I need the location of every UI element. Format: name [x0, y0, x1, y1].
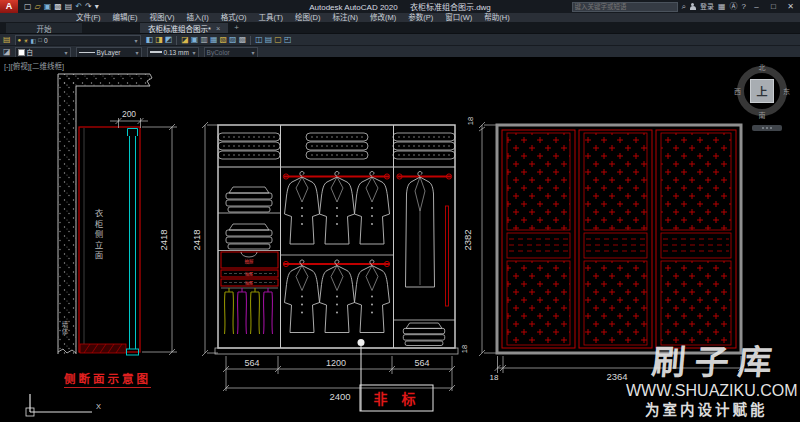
quick-access-toolbar: ▢ ▱ ▣ ▩ ▤ ↶ ↷ ▾	[24, 0, 99, 13]
layer-dropdown[interactable]: ● ☀ ◧ □ 0 ▾	[15, 35, 141, 46]
search-icon[interactable]: ⌕	[682, 1, 686, 13]
linetype-dropdown[interactable]: ByLayer ▾	[76, 47, 142, 58]
minimize-button[interactable]: –	[750, 2, 763, 11]
menu-edit[interactable]: 编辑(E)	[107, 13, 144, 22]
plotstyle-dropdown: ByColor ▾	[204, 47, 258, 58]
dim-200-text: 200	[122, 109, 136, 119]
save-as-icon[interactable]: ▩	[54, 0, 62, 13]
menu-format[interactable]: 格式(O)	[215, 13, 253, 22]
window-title: Autodesk AutoCAD 2020 衣柜标准组合图示.dwg	[304, 1, 496, 12]
plotstyle-value: ByColor	[207, 49, 230, 56]
viewcube-top-face[interactable]: 上	[750, 79, 774, 103]
drawer-block: 抽屉 抽屉 抽屉	[221, 252, 278, 286]
menu-view[interactable]: 视图(V)	[144, 13, 181, 22]
viewcube-north[interactable]: 北	[759, 62, 766, 72]
autocad-logo-icon[interactable]: A	[0, 0, 18, 13]
dim-18-bottom: 18	[460, 345, 469, 353]
app-title: Autodesk AutoCAD 2020	[309, 3, 398, 12]
chevron-down-icon: ▾	[136, 49, 139, 56]
watermark-slogan: 为室内设计赋能	[645, 398, 768, 419]
layer-thaw-icon: ☀	[23, 37, 28, 44]
account-icon[interactable]	[690, 3, 696, 11]
viewcube-west[interactable]: 西	[734, 86, 741, 96]
menu-dimension[interactable]: 标注(N)	[327, 13, 364, 22]
undo-icon[interactable]: ↶	[75, 0, 82, 13]
tab-drawing[interactable]: 衣柜标准组合图示* ×	[140, 23, 228, 33]
menu-help[interactable]: 帮助(H)	[478, 13, 515, 22]
maximize-button[interactable]: □	[767, 2, 780, 11]
menu-bar: 文件(F) 编辑(E) 视图(V) 插入(I) 格式(O) 工具(T) 绘图(D…	[0, 13, 800, 22]
login-link[interactable]: 登录	[700, 1, 714, 13]
linetype-value: ByLayer	[97, 49, 121, 56]
dim-564-left: 564	[244, 358, 259, 368]
help-search-box[interactable]	[572, 2, 678, 12]
menu-modify[interactable]: 修改(M)	[364, 13, 402, 22]
layer-on-icon: ●	[18, 37, 22, 43]
lineweight-dropdown[interactable]: 0.13 mm ▾	[147, 47, 199, 58]
side-section-drawing: 200 2418	[58, 74, 177, 355]
new-icon[interactable]: ▢	[24, 0, 32, 13]
title-bar: A ▢ ▱ ▣ ▩ ▤ ↶ ↷ ▾ Autodesk AutoCAD 2020 …	[0, 0, 800, 13]
chevron-down-icon: ▾	[135, 37, 138, 44]
layer-lock-icon: ◧	[31, 37, 37, 44]
chevron-down-icon: ▾	[65, 49, 68, 56]
drawer-label: 抽屉	[245, 271, 253, 277]
dim-2400: 2400	[329, 391, 350, 402]
selection-grip[interactable]	[358, 339, 365, 346]
autodesk-exchange-icon[interactable]: Ⓐ	[730, 1, 738, 13]
toolbar-separator	[176, 36, 177, 45]
toolbar-separator	[250, 36, 251, 45]
redo-icon[interactable]: ↷	[85, 0, 92, 13]
dim-564-right: 564	[414, 358, 429, 368]
side-section-caption: 侧断面示意图	[64, 370, 151, 388]
lineweight-value: 0.13 mm	[164, 49, 189, 56]
layer-current-value: 0	[44, 37, 48, 44]
tab-start[interactable]: 开始	[6, 23, 82, 33]
view-cube[interactable]: 北 南 西 东 上	[733, 62, 791, 120]
drawing-canvas[interactable]: [-][俯视][二维线框]	[0, 57, 800, 422]
cyan-channel	[127, 129, 139, 356]
dim-18-offset: 18	[490, 373, 499, 382]
layer-color-icon: □	[38, 37, 42, 43]
help-icon[interactable]: ?	[742, 1, 746, 13]
print-icon[interactable]: ▤	[65, 0, 73, 13]
menu-draw[interactable]: 绘图(D)	[289, 13, 326, 22]
color-dropdown[interactable]: 白 ▾	[15, 47, 71, 58]
menu-window[interactable]: 窗口(W)	[439, 13, 478, 22]
menu-tools[interactable]: 工具(T)	[253, 13, 290, 22]
app-store-icon[interactable]: ▦	[718, 1, 726, 13]
dim-2364: 2364	[606, 371, 627, 382]
qat-dropdown-icon[interactable]: ▾	[95, 0, 99, 13]
dim-height-front: 2418	[191, 229, 202, 250]
viewcube-east[interactable]: 东	[783, 86, 790, 96]
dim-2382: 2382	[462, 229, 473, 250]
new-tab-icon[interactable]: +	[234, 23, 239, 33]
dim-1200: 1200	[326, 358, 346, 368]
front-elevation-drawing: 2418	[191, 122, 458, 411]
viewcube-south[interactable]: 南	[759, 110, 766, 120]
lineweight-sample	[150, 51, 162, 53]
menu-insert[interactable]: 插入(I)	[181, 13, 215, 22]
drawer-label: 抽屉	[245, 258, 254, 265]
viewport-controls[interactable]: [-][俯视][二维线框]	[4, 60, 64, 71]
ucs-icon: X	[26, 394, 101, 416]
tab-close-icon[interactable]: ×	[216, 24, 220, 33]
door-handle	[446, 206, 449, 306]
menu-file[interactable]: 文件(F)	[70, 13, 107, 22]
side-elevation-label: 衣柜侧立面	[92, 209, 104, 262]
document-title: 衣柜标准组合图示.dwg	[410, 3, 491, 12]
door-panels	[502, 130, 736, 348]
tab-drawing-label: 衣柜标准组合图示*	[148, 23, 211, 34]
search-input[interactable]	[573, 3, 677, 10]
chevron-down-icon: ▾	[252, 49, 255, 56]
close-button[interactable]: ✕	[784, 2, 797, 11]
dim-18-top: 18	[466, 117, 475, 125]
menu-parametric[interactable]: 参数(P)	[402, 13, 439, 22]
save-icon[interactable]: ▣	[44, 0, 52, 13]
color-value: 白	[27, 47, 34, 57]
open-icon[interactable]: ▱	[35, 0, 41, 13]
hanging-rod	[283, 174, 451, 267]
chevron-down-icon: ▾	[193, 49, 196, 56]
navigation-bar[interactable]	[752, 125, 782, 131]
watermark-brand: 刷子库	[650, 335, 783, 384]
